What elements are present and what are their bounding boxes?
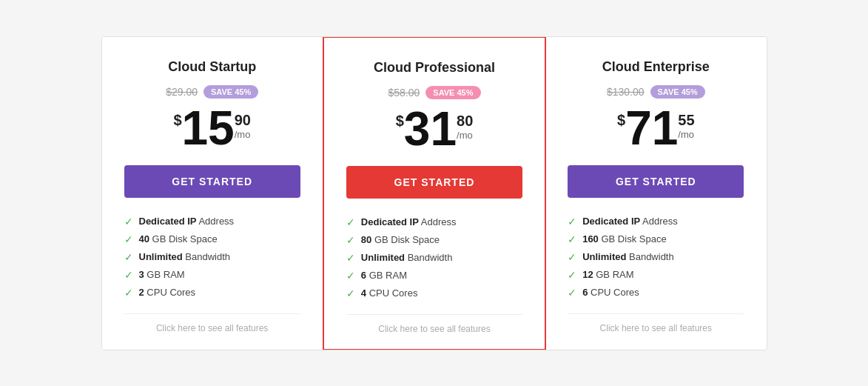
- feature-bold-enterprise-2: Unlimited: [582, 251, 626, 262]
- see-features-link-startup[interactable]: Click here to see all features: [124, 323, 300, 333]
- feature-item-startup-3: ✓ 3 GB RAM: [124, 269, 300, 281]
- feature-text-professional-1: 80 GB Disk Space: [361, 234, 440, 245]
- feature-text-professional-4: 4 CPU Cores: [361, 287, 418, 299]
- get-started-button-professional[interactable]: GET STARTED: [346, 166, 522, 199]
- feature-bold-startup-0: Dedicated IP: [139, 216, 197, 227]
- feature-item-enterprise-0: ✓ Dedicated IP Address: [568, 216, 744, 227]
- pricing-container: Cloud Startup $29.00 SAVE 45% $ 15 90 /m…: [101, 36, 767, 350]
- check-icon-professional-2: ✓: [346, 252, 355, 264]
- original-price-startup: $29.00: [166, 86, 198, 98]
- feature-item-startup-4: ✓ 2 CPU Cores: [124, 287, 300, 299]
- check-icon-enterprise-1: ✓: [568, 233, 576, 245]
- check-icon-enterprise-4: ✓: [568, 287, 576, 299]
- check-icon-professional-0: ✓: [346, 216, 355, 228]
- feature-bold-startup-2: Unlimited: [139, 251, 183, 262]
- check-icon-startup-0: ✓: [124, 216, 133, 227]
- feature-text-enterprise-4: 6 CPU Cores: [582, 287, 639, 298]
- original-price-professional: $58.00: [388, 87, 420, 99]
- feature-text-enterprise-3: 12 GB RAM: [582, 269, 633, 280]
- price-cents-professional: 80: [457, 113, 473, 130]
- check-icon-startup-2: ✓: [124, 251, 133, 263]
- price-row-professional: $58.00 SAVE 45%: [346, 86, 522, 99]
- feature-text-enterprise-2: Unlimited Bandwidth: [582, 251, 674, 262]
- plan-title-startup: Cloud Startup: [124, 59, 300, 75]
- original-price-enterprise: $130.00: [607, 86, 645, 98]
- feature-text-startup-4: 2 CPU Cores: [139, 287, 196, 298]
- check-icon-professional-1: ✓: [346, 234, 355, 246]
- plan-card-enterprise: Cloud Enterprise $130.00 SAVE 45% $ 71 5…: [545, 37, 766, 350]
- feature-bold-professional-3: 6: [361, 270, 366, 281]
- price-dollar-professional: $: [396, 113, 404, 130]
- feature-bold-enterprise-0: Dedicated IP: [582, 216, 640, 227]
- plan-card-professional: Cloud Professional $58.00 SAVE 45% $ 31 …: [323, 36, 546, 350]
- price-cents-enterprise: 55: [678, 112, 694, 129]
- feature-item-enterprise-4: ✓ 6 CPU Cores: [568, 287, 744, 299]
- check-icon-enterprise-3: ✓: [568, 269, 576, 281]
- check-icon-startup-1: ✓: [124, 233, 133, 245]
- feature-text-enterprise-1: 160 GB Disk Space: [582, 233, 666, 244]
- feature-text-startup-0: Dedicated IP Address: [139, 216, 235, 227]
- price-row-enterprise: $130.00 SAVE 45%: [568, 85, 744, 99]
- price-dollar-enterprise: $: [617, 112, 625, 129]
- price-right-startup: 90 /mo: [235, 112, 251, 140]
- feature-item-professional-2: ✓ Unlimited Bandwidth: [346, 252, 522, 264]
- feature-bold-startup-3: 3: [139, 269, 144, 280]
- see-features-link-professional[interactable]: Click here to see all features: [346, 324, 522, 334]
- feature-bold-enterprise-4: 6: [582, 287, 588, 298]
- plan-title-enterprise: Cloud Enterprise: [568, 59, 744, 75]
- check-icon-enterprise-0: ✓: [568, 216, 576, 227]
- divider-professional: [346, 314, 522, 315]
- price-display-enterprise: $ 71 55 /mo: [568, 104, 744, 152]
- get-started-button-enterprise[interactable]: GET STARTED: [568, 165, 744, 198]
- feature-bold-professional-0: Dedicated IP: [361, 216, 419, 227]
- feature-item-startup-1: ✓ 40 GB Disk Space: [124, 233, 300, 245]
- feature-bold-professional-2: Unlimited: [361, 252, 405, 263]
- feature-bold-professional-4: 4: [361, 287, 366, 299]
- feature-text-professional-2: Unlimited Bandwidth: [361, 252, 453, 263]
- feature-text-enterprise-0: Dedicated IP Address: [582, 216, 678, 227]
- price-mo-professional: /mo: [457, 130, 473, 141]
- feature-text-professional-3: 6 GB RAM: [361, 270, 407, 281]
- see-features-link-enterprise[interactable]: Click here to see all features: [568, 323, 744, 333]
- feature-bold-enterprise-3: 12: [582, 269, 593, 280]
- price-main-startup: 15: [182, 104, 235, 152]
- feature-text-startup-2: Unlimited Bandwidth: [139, 251, 231, 262]
- feature-text-startup-1: 40 GB Disk Space: [139, 233, 218, 244]
- price-mo-startup: /mo: [235, 129, 251, 140]
- features-list-enterprise: ✓ Dedicated IP Address ✓ 160 GB Disk Spa…: [568, 216, 744, 299]
- feature-item-startup-0: ✓ Dedicated IP Address: [124, 216, 300, 227]
- feature-bold-startup-1: 40: [139, 233, 149, 244]
- check-icon-startup-3: ✓: [124, 269, 133, 281]
- get-started-button-startup[interactable]: GET STARTED: [124, 165, 300, 198]
- save-badge-professional: SAVE 45%: [425, 86, 480, 99]
- save-badge-startup: SAVE 45%: [203, 85, 258, 99]
- price-cents-startup: 90: [235, 112, 251, 129]
- feature-item-enterprise-1: ✓ 160 GB Disk Space: [568, 233, 744, 245]
- check-icon-startup-4: ✓: [124, 287, 133, 299]
- price-display-startup: $ 15 90 /mo: [124, 104, 300, 152]
- plan-title-professional: Cloud Professional: [346, 60, 522, 76]
- feature-item-enterprise-3: ✓ 12 GB RAM: [568, 269, 744, 281]
- check-icon-professional-3: ✓: [346, 270, 355, 282]
- price-display-professional: $ 31 80 /mo: [346, 105, 522, 153]
- feature-bold-startup-4: 2: [139, 287, 144, 298]
- feature-bold-enterprise-1: 160: [582, 233, 599, 244]
- check-icon-professional-4: ✓: [346, 287, 355, 299]
- price-right-professional: 80 /mo: [457, 113, 473, 141]
- save-badge-enterprise: SAVE 45%: [650, 85, 705, 99]
- feature-item-professional-4: ✓ 4 CPU Cores: [346, 287, 522, 299]
- check-icon-enterprise-2: ✓: [568, 251, 576, 263]
- divider-enterprise: [568, 313, 744, 314]
- feature-item-professional-0: ✓ Dedicated IP Address: [346, 216, 522, 228]
- feature-text-professional-0: Dedicated IP Address: [361, 216, 457, 227]
- price-main-enterprise: 71: [625, 104, 678, 152]
- feature-item-enterprise-2: ✓ Unlimited Bandwidth: [568, 251, 744, 263]
- price-main-professional: 31: [404, 105, 457, 153]
- feature-text-startup-3: 3 GB RAM: [139, 269, 185, 280]
- price-right-enterprise: 55 /mo: [678, 112, 694, 140]
- price-mo-enterprise: /mo: [678, 129, 694, 140]
- feature-item-professional-3: ✓ 6 GB RAM: [346, 270, 522, 282]
- price-dollar-startup: $: [173, 112, 181, 129]
- feature-bold-professional-1: 80: [361, 234, 371, 245]
- plan-card-startup: Cloud Startup $29.00 SAVE 45% $ 15 90 /m…: [102, 37, 323, 350]
